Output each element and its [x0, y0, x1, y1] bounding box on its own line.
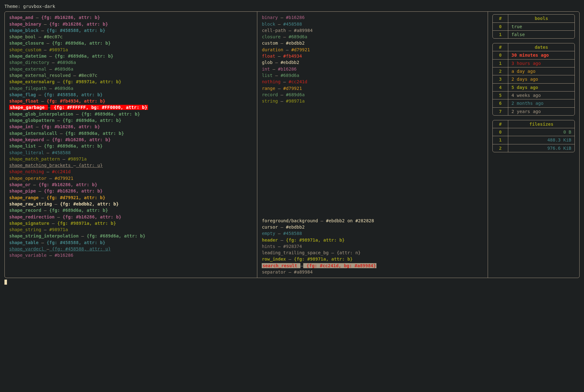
type-row-value: #ebdbb2 — [278, 60, 299, 65]
shape-row: shape_directory – #689d6a — [9, 59, 253, 66]
shape-row-label: shape_filepath — [9, 86, 49, 91]
row-index: 0 — [493, 23, 508, 31]
shape-row: shape_matching_brackets – {attr: u} — [9, 162, 253, 168]
shape-row-label: shape_string — [9, 227, 44, 232]
row-value: 976.6 KiB — [508, 144, 574, 152]
shape-row: shape_block – {fg: #458588, attr: b} — [9, 27, 253, 34]
table-row: 72 years ago — [493, 108, 574, 115]
shape-row-value: {fg: #b16286, attr: b} — [39, 15, 100, 20]
type-row: custom – #ebdbb2 — [262, 40, 483, 46]
shape-row-value: #458588 — [49, 150, 70, 155]
shape-row: shape_operator – #d79921 — [9, 175, 253, 181]
shape-row-value: {fg: #98971a, attr: b} — [60, 79, 121, 84]
type-row-label: custom — [262, 41, 280, 46]
row-index: 1 — [493, 60, 508, 67]
row-index: 5 — [493, 92, 508, 99]
row-index: 3 — [493, 75, 508, 83]
shape-row-value: {fg: #fb4934, attr: b} — [44, 98, 106, 104]
shape-row: shape_nothing – #cc241d — [9, 168, 253, 175]
shape-row-value: {fg: #458588, attr: b} — [44, 240, 106, 245]
filesizes-table: #filesizes00 B1488.3 KiB2976.6 KiB — [492, 120, 575, 152]
shape-row-label: shape_globpattern — [9, 118, 57, 123]
shape-row-value: {fg: #689d6a, attr: b} — [47, 208, 108, 213]
shape-row-value: #689d6a — [55, 60, 76, 65]
shape-row-label: shape_list — [9, 143, 39, 149]
shape-row: shape_range – {fg: #d79921, attr: b} — [9, 194, 253, 201]
row-value: 2 months ago — [508, 99, 574, 107]
shape-row-value: {fg: #689d6a, attr: b} — [49, 41, 111, 46]
shape-row: shape_string_interpolation – {fg: #689d6… — [9, 233, 253, 239]
terminal-cursor — [4, 280, 7, 285]
shape-row-value: {fg: #b16286, attr: b} — [39, 124, 100, 129]
shape-row-value: {fg: #b16286, attr: b} — [60, 214, 121, 219]
type-row: duration – #d79921 — [262, 47, 483, 53]
shape-row-value: {attr: u} — [76, 163, 103, 168]
shape-row-label: shape_vardecl — [9, 246, 47, 251]
bools-table: #bools0true1false — [492, 14, 575, 39]
type-row-label: closure — [262, 34, 283, 39]
misc-row-label: empty — [262, 231, 278, 236]
row-index: 7 — [493, 108, 508, 115]
table-header: # — [493, 43, 508, 51]
row-index: 1 — [493, 31, 508, 38]
misc-row: header – {fg: #98971a, attr: b} — [262, 237, 483, 243]
row-value: 0 B — [508, 128, 574, 136]
shape-row-label: shape_signature — [9, 221, 52, 226]
row-value: false — [508, 31, 574, 38]
misc-row-value: #458588 — [280, 231, 302, 236]
table-row: 45 days ago — [493, 84, 574, 92]
shape-row: shape_and – {fg: #b16286, attr: b} — [9, 14, 253, 21]
shape-row-label: shape_literal — [9, 150, 47, 155]
shape-row: shape_keyword – {fg: #b16286, attr: b} — [9, 136, 253, 143]
misc-row-label: cursor — [262, 224, 280, 230]
shape-row: shape_garbage – {fg: #FFFFFF, bg: #FF000… — [9, 104, 253, 111]
shape-row-value: #8ec07c — [41, 34, 62, 39]
shape-row: shape_literal – #458588 — [9, 149, 253, 156]
shape-row: shape_list – {fg: #689d6a, attr: b} — [9, 143, 253, 149]
shape-row: shape_string – #98971a — [9, 226, 253, 233]
shape-row: shape_custom – #98971a — [9, 47, 253, 53]
shape-row-value: #98971a — [47, 227, 68, 232]
shape-row-value: {fg: #b16286, attr: b} — [49, 137, 111, 142]
type-row: int – #b16286 — [262, 66, 483, 72]
shape-row-label: shape_redirection — [9, 214, 57, 219]
shape-row: shape_vardecl – {fg: #458588, attr: u} — [9, 246, 253, 252]
misc-row-value: {attr: n} — [334, 250, 361, 255]
type-row: closure – #689d6a — [262, 34, 483, 40]
misc-row-value: #ebdbb2 — [283, 224, 305, 230]
shape-row-label: shape_datetime — [9, 54, 49, 59]
type-row: float – #fb4934 — [262, 53, 483, 59]
misc-row-label: hints — [262, 244, 278, 249]
type-row-label: list — [262, 73, 275, 78]
misc-row-label: row_index — [262, 256, 288, 262]
shape-row-value: #d79921 — [52, 176, 73, 181]
misc-row: foreground/background – #ebdbb2 on #2828… — [262, 218, 483, 224]
type-row-value: #fb4934 — [280, 54, 302, 59]
shape-row: shape_redirection – {fg: #b16286, attr: … — [9, 214, 253, 220]
shape-row-label: shape_range — [9, 195, 41, 200]
shape-row: shape_match_pattern – #98971a — [9, 156, 253, 162]
shape-row-value: {fg: #b16286, attr: b} — [47, 22, 108, 27]
types-column: binary – #b16286block – #458588cell-path… — [257, 12, 488, 278]
type-row-value: #b16286 — [283, 15, 305, 20]
shape-row-label: shape_pipe — [9, 188, 39, 193]
table-row: 030 minutes ago — [493, 51, 574, 59]
table-header: filesizes — [508, 120, 574, 128]
type-row-value: #d79921 — [280, 86, 302, 91]
shape-row-value: {fg: #d79921, attr: b} — [44, 195, 106, 200]
misc-row-value: #ebdbb2 on #282828 — [323, 218, 374, 223]
shape-row-value: {fg: #689d6a, attr: b} — [52, 54, 113, 59]
shape-row-label: shape_custom — [9, 47, 44, 52]
table-row: 1false — [493, 31, 574, 38]
shape-row-value: {fg: #458588, attr: b} — [41, 92, 103, 97]
shape-row-value: {fg: #458588, attr: u} — [49, 246, 111, 251]
type-row-value: #cc241d — [286, 79, 307, 84]
row-value: 30 minutes ago — [508, 51, 574, 59]
shape-row-label: shape_flag — [9, 92, 39, 97]
shapes-column: shape_and – {fg: #b16286, attr: b}shape_… — [5, 12, 257, 278]
shape-row-label: shape_external — [9, 66, 49, 72]
type-row-label: block — [262, 22, 278, 27]
type-row: binary – #b16286 — [262, 14, 483, 21]
misc-row-label: separator — [262, 269, 288, 275]
shape-row-label: shape_binary — [9, 22, 44, 27]
